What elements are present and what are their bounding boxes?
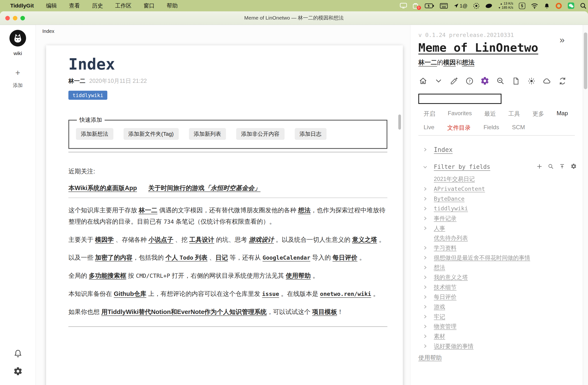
text-link[interactable]: 游戏设计	[249, 236, 274, 243]
menubar-menu[interactable]: 查看	[63, 2, 86, 8]
tree-item[interactable]: 2021年交易日记	[419, 174, 588, 184]
display-icon[interactable]	[399, 3, 407, 9]
tree-item[interactable]: tiddlywiki	[419, 203, 588, 214]
tree-item[interactable]: 游戏	[419, 302, 588, 312]
tree-index-label[interactable]: Index	[434, 146, 453, 153]
text-link[interactable]: issue	[262, 291, 279, 297]
tiddler-author-link[interactable]: 林一二	[68, 78, 85, 84]
help-icon[interactable]: ?	[465, 76, 474, 85]
tree-item[interactable]: 我的意义之塔	[419, 272, 588, 282]
text-link[interactable]: 工具设计	[189, 236, 214, 243]
chevron-right-icon[interactable]	[423, 216, 427, 221]
tree-item-label[interactable]: 学习资料	[434, 244, 457, 251]
tree-item-label[interactable]: 想法	[434, 264, 445, 271]
tree-item[interactable]: ByteDance	[419, 194, 588, 203]
text-link[interactable]: 意义之塔	[352, 236, 377, 243]
quick-add-button[interactable]: 添加非公开内容	[236, 128, 284, 140]
chevron-right-icon[interactable]	[423, 226, 427, 230]
tab-Fields[interactable]: Fields	[483, 124, 499, 132]
recent-link[interactable]: 关于时间旅行的游戏「永恒时空基金会」	[148, 184, 261, 191]
recent-link[interactable]: 本Wiki系统的桌面版App	[68, 184, 137, 191]
sidebar-search-input[interactable]	[419, 94, 502, 104]
chevron-right-icon[interactable]	[423, 265, 427, 270]
tree-item-label[interactable]: 牢记	[434, 313, 445, 320]
chevron-right-icon[interactable]	[423, 187, 427, 191]
menubar-menu[interactable]: 历史	[86, 2, 109, 8]
tree-item-label[interactable]: 事件记录	[434, 215, 457, 222]
text-link[interactable]: 每日评价	[332, 254, 357, 261]
screen-record-icon[interactable]	[473, 2, 480, 9]
tree-item-label[interactable]: 优先待办列表	[434, 235, 468, 242]
text-link[interactable]: Todo	[180, 254, 193, 261]
hide-sidebar-button[interactable]: »	[560, 36, 565, 44]
open-tiddler-tab[interactable]: Index	[42, 28, 54, 34]
notification-bell-icon[interactable]	[544, 2, 550, 9]
text-link[interactable]: 林一二	[419, 59, 437, 66]
preferences-gear-icon[interactable]	[13, 366, 22, 377]
mouse-icon[interactable]	[485, 3, 493, 8]
tree-item-label[interactable]: 人事	[434, 225, 445, 232]
text-link[interactable]: 项目模板	[312, 308, 337, 315]
text-link[interactable]: 模因学	[95, 236, 114, 243]
window-scrollbar-thumb[interactable]	[584, 33, 587, 89]
cloud-save-icon[interactable]	[542, 76, 551, 85]
battery-charging-icon[interactable]	[425, 3, 434, 8]
settings-gear-icon[interactable]	[480, 76, 489, 85]
text-link[interactable]: GoogleCalendar	[263, 254, 310, 261]
tree-item[interactable]: 说好要做的事情	[419, 341, 588, 351]
chevron-right-icon[interactable]	[423, 314, 427, 319]
chevron-down-icon[interactable]	[423, 165, 427, 169]
text-link[interactable]: 关于时间旅行的游戏	[148, 184, 204, 191]
quick-add-button[interactable]: 添加新列表	[189, 128, 226, 140]
tree-item-label[interactable]: 素材	[434, 333, 445, 340]
window-title-bar[interactable]: Meme of LinOnetwo — 林一二的模因和想法	[0, 11, 588, 25]
text-link[interactable]: 林一二	[139, 207, 157, 214]
quick-add-button[interactable]: 添加新想法	[76, 128, 113, 140]
tree-item-label[interactable]: 技术细节	[434, 284, 457, 291]
notifications-bell-icon[interactable]	[14, 349, 22, 360]
orange-app-icon[interactable]	[556, 2, 562, 9]
keyboard-icon[interactable]	[440, 3, 448, 8]
text-link[interactable]: 用TiddlyWiki替代Notion和EverNote作为个人知识管理系统	[101, 308, 267, 315]
gear-icon[interactable]	[571, 163, 577, 171]
wifi-icon[interactable]	[531, 3, 538, 8]
tree-item[interactable]: 牢记	[419, 312, 588, 322]
tag-pill[interactable]: tiddlywiki	[68, 91, 107, 100]
tree-item[interactable]: 物资管理	[419, 322, 588, 331]
plus-icon[interactable]	[537, 163, 542, 171]
text-link[interactable]: 本Wiki系统的桌面版App	[68, 184, 137, 191]
network-speed-indicator[interactable]: ▲ 13 K/s ▼ 185 K/s	[498, 1, 513, 10]
tree-item-label[interactable]: 很想做但是最近舍不得花时间做的事情	[434, 254, 530, 261]
text-link[interactable]: 想法	[298, 207, 311, 214]
chevron-right-icon[interactable]	[423, 246, 427, 250]
chevron-right-icon[interactable]	[423, 304, 427, 309]
tab-Favorites[interactable]: Favorites	[448, 110, 472, 118]
tab-Live[interactable]: Live	[424, 124, 434, 132]
chevron-right-icon[interactable]	[423, 255, 427, 260]
chevron-right-icon[interactable]	[423, 334, 427, 339]
tree-item-label[interactable]: 我的意义之塔	[434, 274, 468, 281]
package-icon[interactable]: 0	[413, 2, 419, 9]
tab-文件目录[interactable]: 文件目录	[447, 124, 471, 132]
tree-item-label[interactable]: APrivateContent	[434, 185, 485, 192]
tree-row-filter[interactable]: Filter by fields	[419, 162, 588, 172]
menubar-menu[interactable]: 工作区	[109, 2, 137, 8]
wechat-icon[interactable]	[568, 2, 574, 9]
tree-item[interactable]: 学习资料	[419, 243, 588, 253]
workspace-label[interactable]: wiki	[14, 51, 22, 56]
tree-item[interactable]: 想法	[419, 263, 588, 272]
quick-add-button[interactable]: 添加日志	[294, 128, 326, 140]
chevron-right-icon[interactable]	[423, 295, 427, 299]
text-link[interactable]: 日记	[215, 254, 228, 261]
tree-item-label[interactable]: 物资管理	[434, 323, 457, 330]
text-link[interactable]: 小说点子	[148, 236, 173, 243]
menubar-menu[interactable]: 窗口	[138, 2, 161, 8]
tab-更多[interactable]: 更多	[532, 110, 544, 118]
tree-item-label[interactable]: 说好要做的事情	[434, 343, 474, 350]
location-indicator[interactable]: 1@	[453, 3, 468, 8]
filter-by-fields-label[interactable]: Filter by fields	[434, 163, 490, 170]
chevron-right-icon[interactable]	[423, 196, 427, 201]
tab-SCM[interactable]: SCM	[512, 124, 525, 132]
text-link[interactable]: 个人	[166, 254, 180, 261]
tree-item-label[interactable]: 2021年交易日记	[434, 176, 475, 183]
